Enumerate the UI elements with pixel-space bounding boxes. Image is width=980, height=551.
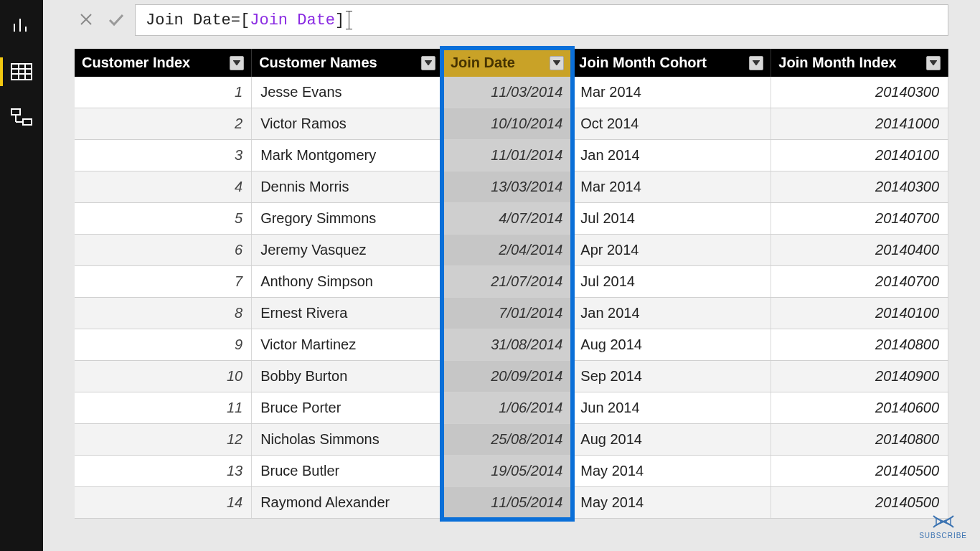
cell-join-month-cohort[interactable]: May 2014 bbox=[572, 487, 771, 519]
cell-customer-index[interactable]: 11 bbox=[75, 392, 252, 424]
cell-customer-index[interactable]: 2 bbox=[75, 108, 252, 140]
cell-customer-index[interactable]: 12 bbox=[75, 424, 252, 456]
cell-customer-index[interactable]: 4 bbox=[75, 171, 252, 203]
cell-customer-name[interactable]: Victor Martinez bbox=[252, 329, 443, 361]
cell-join-date[interactable]: 25/08/2014 bbox=[443, 424, 571, 456]
cell-customer-name[interactable]: Ernest Rivera bbox=[252, 298, 443, 329]
cell-join-month-index[interactable]: 20140300 bbox=[771, 171, 948, 203]
cell-customer-name[interactable]: Bruce Butler bbox=[252, 456, 443, 487]
table-row[interactable]: 2Victor Ramos10/10/2014Oct 201420141000 bbox=[75, 108, 948, 140]
cell-join-date[interactable]: 21/07/2014 bbox=[443, 266, 571, 298]
cell-join-month-index[interactable]: 20140100 bbox=[771, 298, 948, 329]
cell-join-month-cohort[interactable]: Mar 2014 bbox=[572, 171, 771, 203]
cell-join-month-cohort[interactable]: May 2014 bbox=[572, 456, 771, 487]
cell-join-date[interactable]: 4/07/2014 bbox=[443, 203, 571, 235]
cell-join-month-index[interactable]: 20140800 bbox=[771, 424, 948, 456]
cell-customer-index[interactable]: 8 bbox=[75, 298, 252, 329]
cell-join-month-index[interactable]: 20140500 bbox=[771, 456, 948, 487]
table-row[interactable]: 1Jesse Evans11/03/2014Mar 201420140300 bbox=[75, 77, 948, 108]
table-row[interactable]: 11Bruce Porter1/06/2014Jun 201420140600 bbox=[75, 392, 948, 424]
cell-customer-index[interactable]: 3 bbox=[75, 140, 252, 171]
cell-customer-name[interactable]: Jeremy Vasquez bbox=[252, 235, 443, 266]
table-row[interactable]: 13Bruce Butler19/05/2014May 201420140500 bbox=[75, 456, 948, 487]
cell-customer-name[interactable]: Raymond Alexander bbox=[252, 487, 443, 519]
cell-join-month-cohort[interactable]: Oct 2014 bbox=[572, 108, 771, 140]
cell-customer-name[interactable]: Bobby Burton bbox=[252, 361, 443, 392]
table-row[interactable]: 5Gregory Simmons4/07/2014Jul 20142014070… bbox=[75, 203, 948, 235]
cell-customer-name[interactable]: Gregory Simmons bbox=[252, 203, 443, 235]
cell-join-month-cohort[interactable]: Jun 2014 bbox=[572, 392, 771, 424]
cell-join-month-cohort[interactable]: Aug 2014 bbox=[572, 424, 771, 456]
cell-customer-index[interactable]: 9 bbox=[75, 329, 252, 361]
cell-join-month-index[interactable]: 20140100 bbox=[771, 140, 948, 171]
col-header-join-month-index[interactable]: Join Month Index bbox=[771, 49, 948, 77]
col-header-join-date[interactable]: Join Date bbox=[443, 49, 571, 77]
col-header-customer-index[interactable]: Customer Index bbox=[75, 49, 252, 77]
cell-join-month-cohort[interactable]: Apr 2014 bbox=[572, 235, 771, 266]
table-row[interactable]: 10Bobby Burton20/09/2014Sep 201420140900 bbox=[75, 361, 948, 392]
cell-customer-index[interactable]: 7 bbox=[75, 266, 252, 298]
cell-join-date[interactable]: 13/03/2014 bbox=[443, 171, 571, 203]
cell-join-month-cohort[interactable]: Jan 2014 bbox=[572, 140, 771, 171]
cell-join-date[interactable]: 7/01/2014 bbox=[443, 298, 571, 329]
table-row[interactable]: 3Mark Montgomery11/01/2014Jan 2014201401… bbox=[75, 140, 948, 171]
cell-join-month-cohort[interactable]: Aug 2014 bbox=[572, 329, 771, 361]
cell-customer-name[interactable]: Nicholas Simmons bbox=[252, 424, 443, 456]
table-row[interactable]: 7Anthony Simpson21/07/2014Jul 2014201407… bbox=[75, 266, 948, 298]
cell-customer-name[interactable]: Anthony Simpson bbox=[252, 266, 443, 298]
filter-button[interactable] bbox=[421, 56, 435, 70]
cancel-formula-button[interactable] bbox=[75, 9, 98, 32]
table-row[interactable]: 12Nicholas Simmons25/08/2014Aug 20142014… bbox=[75, 424, 948, 456]
cell-join-month-cohort[interactable]: Jan 2014 bbox=[572, 298, 771, 329]
filter-button[interactable] bbox=[749, 56, 763, 70]
cell-customer-index[interactable]: 1 bbox=[75, 77, 252, 108]
data-view-button[interactable] bbox=[0, 53, 43, 90]
cell-join-date[interactable]: 11/03/2014 bbox=[443, 77, 571, 108]
col-header-customer-names[interactable]: Customer Names bbox=[252, 49, 443, 77]
cell-customer-name[interactable]: Mark Montgomery bbox=[252, 140, 443, 171]
cell-join-month-index[interactable]: 20140400 bbox=[771, 235, 948, 266]
table-row[interactable]: 9Victor Martinez31/08/2014Aug 2014201408… bbox=[75, 329, 948, 361]
cell-join-month-index[interactable]: 20140700 bbox=[771, 266, 948, 298]
commit-formula-button[interactable] bbox=[105, 9, 128, 32]
formula-input[interactable]: Join Date = [Join Date] bbox=[135, 4, 948, 36]
cell-join-date[interactable]: 31/08/2014 bbox=[443, 329, 571, 361]
cell-customer-name[interactable]: Jesse Evans bbox=[252, 77, 443, 108]
cell-join-date[interactable]: 2/04/2014 bbox=[443, 235, 571, 266]
col-header-join-month-cohort[interactable]: Join Month Cohort bbox=[572, 49, 771, 77]
cell-join-date[interactable]: 10/10/2014 bbox=[443, 108, 571, 140]
cell-join-month-index[interactable]: 20140900 bbox=[771, 361, 948, 392]
cell-customer-name[interactable]: Victor Ramos bbox=[252, 108, 443, 140]
cell-join-month-index[interactable]: 20141000 bbox=[771, 108, 948, 140]
cell-join-month-cohort[interactable]: Jul 2014 bbox=[572, 266, 771, 298]
cell-join-date[interactable]: 1/06/2014 bbox=[443, 392, 571, 424]
table-row[interactable]: 8Ernest Rivera7/01/2014Jan 201420140100 bbox=[75, 298, 948, 329]
cell-customer-index[interactable]: 10 bbox=[75, 361, 252, 392]
cell-customer-index[interactable]: 6 bbox=[75, 235, 252, 266]
cell-join-month-index[interactable]: 20140800 bbox=[771, 329, 948, 361]
cell-customer-index[interactable]: 14 bbox=[75, 487, 252, 519]
cell-join-month-index[interactable]: 20140700 bbox=[771, 203, 948, 235]
cell-join-month-cohort[interactable]: Jul 2014 bbox=[572, 203, 771, 235]
filter-button[interactable] bbox=[550, 56, 564, 70]
cell-join-date[interactable]: 11/05/2014 bbox=[443, 487, 571, 519]
table-row[interactable]: 4Dennis Morris13/03/2014Mar 201420140300 bbox=[75, 171, 948, 203]
model-view-button[interactable] bbox=[0, 99, 43, 136]
filter-button[interactable] bbox=[926, 56, 941, 70]
cell-join-month-cohort[interactable]: Mar 2014 bbox=[572, 77, 771, 108]
subscribe-label: SUBSCRIBE bbox=[919, 532, 967, 540]
cell-customer-index[interactable]: 5 bbox=[75, 203, 252, 235]
cell-customer-name[interactable]: Bruce Porter bbox=[252, 392, 443, 424]
cell-join-month-cohort[interactable]: Sep 2014 bbox=[572, 361, 771, 392]
cell-customer-index[interactable]: 13 bbox=[75, 456, 252, 487]
table-row[interactable]: 6Jeremy Vasquez2/04/2014Apr 201420140400 bbox=[75, 235, 948, 266]
cell-join-date[interactable]: 11/01/2014 bbox=[443, 140, 571, 171]
cell-join-date[interactable]: 20/09/2014 bbox=[443, 361, 571, 392]
cell-join-date[interactable]: 19/05/2014 bbox=[443, 456, 571, 487]
table-row[interactable]: 14Raymond Alexander11/05/2014May 2014201… bbox=[75, 487, 948, 519]
filter-button[interactable] bbox=[230, 56, 244, 70]
report-view-button[interactable] bbox=[0, 7, 43, 44]
cell-join-month-index[interactable]: 20140600 bbox=[771, 392, 948, 424]
cell-join-month-index[interactable]: 20140300 bbox=[771, 77, 948, 108]
cell-customer-name[interactable]: Dennis Morris bbox=[252, 171, 443, 203]
